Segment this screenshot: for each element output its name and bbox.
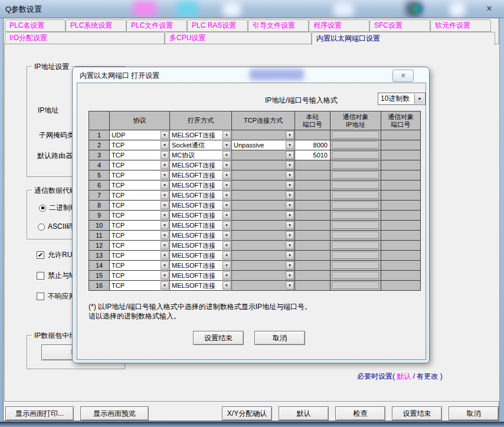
chevron-down-icon[interactable]: ▼ [161, 241, 169, 249]
tcp-mode-combo[interactable]: ▼ [232, 281, 295, 291]
chevron-down-icon[interactable]: ▼ [286, 231, 294, 239]
chevron-down-icon[interactable]: ▼ [222, 231, 231, 239]
protocol-combo[interactable]: TCP▼ [110, 271, 170, 281]
open-method-combo[interactable]: MELSOFT连接▼ [170, 180, 232, 190]
format-combo[interactable]: 10进制数 ▼ [378, 93, 426, 105]
chevron-down-icon[interactable]: ▼ [286, 251, 294, 260]
tab-引导文件设置[interactable]: 引导文件设置 [248, 19, 309, 32]
chevron-down-icon[interactable]: ▼ [222, 171, 231, 179]
chevron-down-icon[interactable]: ▼ [161, 251, 169, 260]
protocol-combo[interactable]: TCP▼ [110, 190, 170, 201]
tcp-mode-combo[interactable]: ▼ [232, 180, 295, 190]
footer-changed-link[interactable]: 有更改 [417, 372, 438, 380]
chevron-down-icon[interactable]: ▼ [286, 171, 294, 179]
tab-软元件设置[interactable]: 软元件设置 [430, 19, 491, 32]
tcp-mode-combo[interactable]: ▼ [232, 221, 295, 231]
tab-内置以太网端口设置[interactable]: 内置以太网端口设置 [312, 32, 495, 45]
open-method-combo[interactable]: MELSOFT连接▼ [170, 190, 232, 201]
tab-多CPU设置[interactable]: 多CPU设置 [165, 32, 312, 44]
bottom-button-检查[interactable]: 检查 [335, 406, 385, 421]
open-method-combo[interactable]: MELSOFT连接▼ [170, 241, 232, 251]
bottom-button-默认[interactable]: 默认 [279, 406, 329, 421]
chevron-down-icon[interactable]: ▼ [222, 161, 231, 169]
chevron-down-icon[interactable]: ▼ [161, 181, 169, 189]
chevron-down-icon[interactable]: ▼ [161, 211, 169, 219]
tcp-mode-combo[interactable]: ▼ [232, 150, 295, 160]
chevron-down-icon[interactable]: ▼ [161, 231, 169, 239]
chevron-down-icon[interactable]: ▼ [161, 221, 169, 229]
chevron-down-icon[interactable]: ▼ [222, 221, 231, 229]
chevron-down-icon[interactable]: ▼ [286, 261, 294, 270]
chevron-down-icon[interactable]: ▼ [161, 261, 169, 270]
chevron-down-icon[interactable]: ▼ [286, 181, 294, 189]
chevron-down-icon[interactable]: ▼ [161, 161, 169, 169]
bottom-button-取消[interactable]: 取消 [449, 406, 499, 421]
open-method-combo[interactable]: MELSOFT连接▼ [170, 160, 232, 170]
tcp-mode-combo[interactable]: ▼ [232, 231, 295, 241]
open-method-combo[interactable]: MELSOFT连接▼ [170, 221, 232, 231]
protocol-combo[interactable]: TCP▼ [110, 140, 170, 150]
tab-程序设置[interactable]: 程序设置 [309, 19, 369, 32]
local-port-cell[interactable]: 5010 [295, 150, 330, 160]
open-method-combo[interactable]: Socket通信▼ [170, 140, 232, 150]
chevron-down-icon[interactable]: ▼ [161, 271, 169, 280]
protocol-combo[interactable]: TCP▼ [110, 170, 170, 180]
open-method-combo[interactable]: MELSOFT连接▼ [170, 231, 232, 241]
chevron-down-icon[interactable]: ▼ [286, 271, 294, 280]
protocol-combo[interactable]: TCP▼ [110, 160, 170, 170]
tab-PLC文件设置[interactable]: PLC文件设置 [126, 19, 187, 32]
open-method-combo[interactable]: MC协议▼ [170, 150, 232, 160]
tcp-mode-combo[interactable]: ▼ [232, 170, 295, 180]
chevron-down-icon[interactable]: ▼ [222, 281, 231, 290]
open-method-combo[interactable]: MELSOFT连接▼ [170, 281, 232, 291]
open-method-combo[interactable]: MELSOFT连接▼ [170, 211, 232, 221]
protocol-combo[interactable]: TCP▼ [110, 281, 170, 291]
protocol-combo[interactable]: TCP▼ [110, 211, 170, 221]
chevron-down-icon[interactable]: ▼ [222, 151, 231, 159]
open-method-combo[interactable]: MELSOFT连接▼ [170, 251, 232, 261]
chevron-down-icon[interactable]: ▼ [222, 181, 231, 189]
chevron-down-icon[interactable]: ▼ [222, 241, 231, 249]
chevron-down-icon[interactable]: ▼ [222, 261, 231, 270]
open-method-combo[interactable]: MELSOFT连接▼ [170, 170, 232, 180]
tab-I/O分配设置[interactable]: I/O分配设置 [5, 32, 165, 44]
tcp-mode-combo[interactable]: ▼ [232, 261, 295, 271]
local-port-cell[interactable]: 8000 [295, 140, 330, 150]
tcp-mode-combo[interactable]: ▼ [232, 211, 295, 221]
tcp-mode-combo[interactable]: ▼ [232, 251, 295, 261]
chevron-down-icon[interactable]: ▼ [286, 241, 294, 249]
protocol-combo[interactable]: TCP▼ [110, 231, 170, 241]
chevron-down-icon[interactable]: ▼ [286, 131, 294, 139]
protocol-combo[interactable]: TCP▼ [110, 261, 170, 271]
open-method-combo[interactable]: MELSOFT连接▼ [170, 271, 232, 281]
chevron-down-icon[interactable]: ▼ [414, 94, 424, 104]
protocol-combo[interactable]: TCP▼ [110, 241, 170, 251]
chevron-down-icon[interactable]: ▼ [222, 131, 231, 139]
tab-SFC设置[interactable]: SFC设置 [369, 19, 430, 32]
protocol-combo[interactable]: TCP▼ [110, 221, 170, 231]
tcp-mode-combo[interactable]: ▼ [232, 241, 295, 251]
tcp-mode-combo[interactable]: Unpassive▼ [232, 140, 295, 150]
open-method-combo[interactable]: MELSOFT连接▼ [170, 261, 232, 271]
dialog-close-button[interactable]: ✕ [392, 70, 414, 82]
chevron-down-icon[interactable]: ▼ [222, 191, 231, 199]
protocol-combo[interactable]: TCP▼ [110, 150, 170, 160]
chevron-down-icon[interactable]: ▼ [222, 251, 231, 260]
chevron-down-icon[interactable]: ▼ [222, 271, 231, 280]
footer-default-link[interactable]: 默认 [397, 372, 411, 380]
protocol-combo[interactable]: UDP▼ [110, 130, 170, 140]
open-method-combo[interactable]: MELSOFT连接▼ [170, 201, 232, 211]
chevron-down-icon[interactable]: ▼ [161, 171, 169, 179]
dialog-cancel-button[interactable]: 取消 [254, 331, 305, 345]
bottom-button-显示画面打印...[interactable]: 显示画面打印... [5, 406, 74, 421]
chevron-down-icon[interactable]: ▼ [286, 281, 294, 290]
bottom-button-X/Y分配确认[interactable]: X/Y分配确认 [222, 406, 272, 421]
tcp-mode-combo[interactable]: ▼ [232, 130, 295, 140]
bottom-button-显示画面预览[interactable]: 显示画面预览 [80, 406, 149, 421]
chevron-down-icon[interactable]: ▼ [286, 201, 294, 209]
tcp-mode-combo[interactable]: ▼ [232, 190, 295, 201]
chevron-down-icon[interactable]: ▼ [286, 151, 294, 159]
chevron-down-icon[interactable]: ▼ [161, 191, 169, 199]
tcp-mode-combo[interactable]: ▼ [232, 160, 295, 170]
chevron-down-icon[interactable]: ▼ [286, 211, 294, 219]
